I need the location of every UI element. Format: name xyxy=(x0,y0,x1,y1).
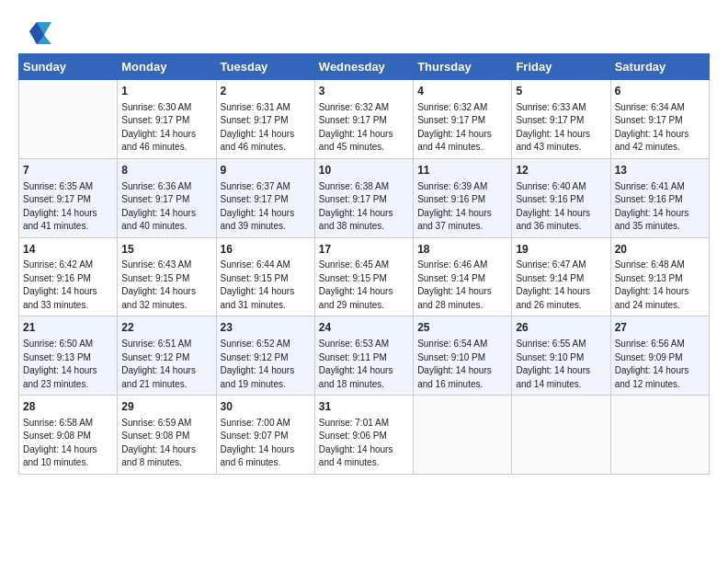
calendar-day-cell: 7Sunrise: 6:35 AM Sunset: 9:17 PM Daylig… xyxy=(19,158,118,237)
day-number: 8 xyxy=(121,163,211,178)
day-number: 15 xyxy=(121,242,211,258)
day-info: Sunrise: 6:42 AM Sunset: 9:16 PM Dayligh… xyxy=(23,259,113,312)
day-number: 3 xyxy=(319,84,409,99)
day-number: 4 xyxy=(417,84,507,99)
day-number: 5 xyxy=(516,84,606,99)
day-info: Sunrise: 6:58 AM Sunset: 9:08 PM Dayligh… xyxy=(23,417,113,470)
calendar-day-cell: 11Sunrise: 6:39 AM Sunset: 9:16 PM Dayli… xyxy=(414,158,512,237)
calendar-week-row: 7Sunrise: 6:35 AM Sunset: 9:17 PM Daylig… xyxy=(19,158,710,237)
calendar-day-cell: 23Sunrise: 6:52 AM Sunset: 9:12 PM Dayli… xyxy=(216,316,314,396)
day-info: Sunrise: 6:38 AM Sunset: 9:17 PM Dayligh… xyxy=(319,180,409,234)
calendar-table: SundayMondayTuesdayWednesdayThursdayFrid… xyxy=(18,53,710,475)
day-info: Sunrise: 6:53 AM Sunset: 9:11 PM Dayligh… xyxy=(319,338,409,391)
calendar-day-cell: 6Sunrise: 6:34 AM Sunset: 9:17 PM Daylig… xyxy=(610,80,709,159)
calendar-day-cell: 10Sunrise: 6:38 AM Sunset: 9:17 PM Dayli… xyxy=(314,158,413,237)
calendar-day-cell: 17Sunrise: 6:45 AM Sunset: 9:15 PM Dayli… xyxy=(314,237,413,316)
day-number: 11 xyxy=(417,163,507,178)
day-number: 16 xyxy=(221,242,311,258)
calendar-header: SundayMondayTuesdayWednesdayThursdayFrid… xyxy=(19,54,710,80)
calendar-day-cell: 22Sunrise: 6:51 AM Sunset: 9:12 PM Dayli… xyxy=(118,316,216,396)
day-info: Sunrise: 6:36 AM Sunset: 9:17 PM Dayligh… xyxy=(121,180,211,234)
day-info: Sunrise: 6:59 AM Sunset: 9:08 PM Dayligh… xyxy=(121,417,211,470)
day-number: 10 xyxy=(319,163,409,178)
day-number: 31 xyxy=(319,399,409,415)
calendar-day-cell: 21Sunrise: 6:50 AM Sunset: 9:13 PM Dayli… xyxy=(19,316,118,396)
day-info: Sunrise: 6:45 AM Sunset: 9:15 PM Dayligh… xyxy=(319,259,409,312)
day-info: Sunrise: 6:51 AM Sunset: 9:12 PM Dayligh… xyxy=(121,338,211,391)
calendar-day-cell: 20Sunrise: 6:48 AM Sunset: 9:13 PM Dayli… xyxy=(610,237,709,316)
calendar-day-cell: 8Sunrise: 6:36 AM Sunset: 9:17 PM Daylig… xyxy=(118,158,216,237)
weekday-header-monday: Monday xyxy=(118,54,216,80)
day-info: Sunrise: 6:41 AM Sunset: 9:16 PM Dayligh… xyxy=(615,180,705,234)
day-number: 6 xyxy=(615,84,705,99)
day-info: Sunrise: 6:40 AM Sunset: 9:16 PM Dayligh… xyxy=(516,180,606,234)
day-info: Sunrise: 6:44 AM Sunset: 9:15 PM Dayligh… xyxy=(221,259,311,312)
day-info: Sunrise: 6:32 AM Sunset: 9:17 PM Dayligh… xyxy=(417,101,507,155)
logo-icon xyxy=(18,18,51,44)
calendar-day-cell: 4Sunrise: 6:32 AM Sunset: 9:17 PM Daylig… xyxy=(414,80,512,159)
day-number: 23 xyxy=(221,320,311,336)
day-info: Sunrise: 6:37 AM Sunset: 9:17 PM Dayligh… xyxy=(221,180,311,234)
weekday-header-row: SundayMondayTuesdayWednesdayThursdayFrid… xyxy=(19,54,710,80)
weekday-header-thursday: Thursday xyxy=(414,54,512,80)
day-info: Sunrise: 6:30 AM Sunset: 9:17 PM Dayligh… xyxy=(121,101,211,155)
day-info: Sunrise: 7:01 AM Sunset: 9:06 PM Dayligh… xyxy=(319,417,409,470)
calendar-day-cell: 5Sunrise: 6:33 AM Sunset: 9:17 PM Daylig… xyxy=(512,80,610,159)
calendar-day-cell: 2Sunrise: 6:31 AM Sunset: 9:17 PM Daylig… xyxy=(216,80,314,159)
calendar-day-cell: 13Sunrise: 6:41 AM Sunset: 9:16 PM Dayli… xyxy=(610,158,709,237)
day-info: Sunrise: 6:46 AM Sunset: 9:14 PM Dayligh… xyxy=(417,259,507,312)
day-info: Sunrise: 6:56 AM Sunset: 9:09 PM Dayligh… xyxy=(615,338,705,391)
calendar-day-cell: 25Sunrise: 6:54 AM Sunset: 9:10 PM Dayli… xyxy=(414,316,512,396)
day-number: 29 xyxy=(121,399,211,415)
day-info: Sunrise: 6:31 AM Sunset: 9:17 PM Dayligh… xyxy=(221,101,311,155)
logo xyxy=(18,18,55,44)
calendar-day-cell: 26Sunrise: 6:55 AM Sunset: 9:10 PM Dayli… xyxy=(512,316,610,396)
calendar-day-cell: 31Sunrise: 7:01 AM Sunset: 9:06 PM Dayli… xyxy=(314,396,413,475)
calendar-day-cell: 19Sunrise: 6:47 AM Sunset: 9:14 PM Dayli… xyxy=(512,237,610,316)
day-info: Sunrise: 7:00 AM Sunset: 9:07 PM Dayligh… xyxy=(221,417,311,470)
calendar-day-cell: 16Sunrise: 6:44 AM Sunset: 9:15 PM Dayli… xyxy=(216,237,314,316)
day-info: Sunrise: 6:39 AM Sunset: 9:16 PM Dayligh… xyxy=(417,180,507,234)
day-info: Sunrise: 6:55 AM Sunset: 9:10 PM Dayligh… xyxy=(516,338,606,391)
day-info: Sunrise: 6:50 AM Sunset: 9:13 PM Dayligh… xyxy=(23,338,113,391)
weekday-header-wednesday: Wednesday xyxy=(314,54,413,80)
calendar-day-cell xyxy=(610,396,709,475)
calendar-day-cell xyxy=(19,80,118,159)
day-number: 19 xyxy=(516,242,606,258)
calendar-day-cell: 15Sunrise: 6:43 AM Sunset: 9:15 PM Dayli… xyxy=(118,237,216,316)
day-number: 22 xyxy=(121,320,211,336)
weekday-header-sunday: Sunday xyxy=(19,54,118,80)
day-number: 9 xyxy=(221,163,311,178)
day-number: 30 xyxy=(221,399,311,415)
day-number: 14 xyxy=(23,242,113,258)
day-info: Sunrise: 6:32 AM Sunset: 9:17 PM Dayligh… xyxy=(319,101,409,155)
calendar-day-cell xyxy=(414,396,512,475)
day-info: Sunrise: 6:54 AM Sunset: 9:10 PM Dayligh… xyxy=(417,338,507,391)
calendar-day-cell xyxy=(512,396,610,475)
calendar-day-cell: 29Sunrise: 6:59 AM Sunset: 9:08 PM Dayli… xyxy=(118,396,216,475)
page-header xyxy=(18,18,710,44)
day-info: Sunrise: 6:43 AM Sunset: 9:15 PM Dayligh… xyxy=(121,259,211,312)
day-info: Sunrise: 6:48 AM Sunset: 9:13 PM Dayligh… xyxy=(615,259,705,312)
calendar-day-cell: 24Sunrise: 6:53 AM Sunset: 9:11 PM Dayli… xyxy=(314,316,413,396)
day-info: Sunrise: 6:33 AM Sunset: 9:17 PM Dayligh… xyxy=(516,101,606,155)
day-info: Sunrise: 6:47 AM Sunset: 9:14 PM Dayligh… xyxy=(516,259,606,312)
weekday-header-friday: Friday xyxy=(512,54,610,80)
weekday-header-saturday: Saturday xyxy=(610,54,709,80)
day-number: 24 xyxy=(319,320,409,336)
calendar-day-cell: 27Sunrise: 6:56 AM Sunset: 9:09 PM Dayli… xyxy=(610,316,709,396)
day-info: Sunrise: 6:34 AM Sunset: 9:17 PM Dayligh… xyxy=(615,101,705,155)
calendar-body: 1Sunrise: 6:30 AM Sunset: 9:17 PM Daylig… xyxy=(19,80,710,475)
day-number: 27 xyxy=(615,320,705,336)
day-number: 17 xyxy=(319,242,409,258)
calendar-week-row: 21Sunrise: 6:50 AM Sunset: 9:13 PM Dayli… xyxy=(19,316,710,396)
day-info: Sunrise: 6:35 AM Sunset: 9:17 PM Dayligh… xyxy=(23,180,113,234)
day-number: 7 xyxy=(23,163,113,178)
day-info: Sunrise: 6:52 AM Sunset: 9:12 PM Dayligh… xyxy=(221,338,311,391)
day-number: 28 xyxy=(23,399,113,415)
calendar-day-cell: 30Sunrise: 7:00 AM Sunset: 9:07 PM Dayli… xyxy=(216,396,314,475)
calendar-day-cell: 14Sunrise: 6:42 AM Sunset: 9:16 PM Dayli… xyxy=(19,237,118,316)
day-number: 25 xyxy=(417,320,507,336)
day-number: 20 xyxy=(615,242,705,258)
calendar-day-cell: 18Sunrise: 6:46 AM Sunset: 9:14 PM Dayli… xyxy=(414,237,512,316)
